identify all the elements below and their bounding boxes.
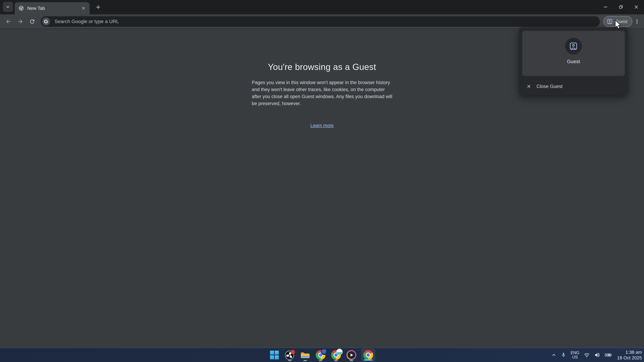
profile-badge-dark <box>321 349 327 355</box>
tray-wifi-button[interactable] <box>584 352 590 358</box>
tray-microphone-button[interactable] <box>561 352 566 358</box>
google-g-icon: G <box>42 17 50 25</box>
active-running-indicator <box>364 359 372 361</box>
profile-name: Guest <box>567 59 580 64</box>
tray-language-indicator[interactable]: ENG US <box>571 351 580 359</box>
close-guest-label: Close Guest <box>536 84 562 89</box>
tray-time: 1:38 am <box>626 350 642 355</box>
taskbar-item-chrome-profile-1[interactable] <box>315 348 326 362</box>
taskbar: ENG US <box>0 348 644 362</box>
window-restore-button[interactable] <box>613 0 628 14</box>
url-search-input[interactable] <box>54 18 600 24</box>
tab-title: New Tab <box>27 5 80 11</box>
omnibox[interactable]: G <box>40 16 600 27</box>
back-button[interactable] <box>4 16 13 26</box>
tab-new-tab[interactable]: New Tab <box>15 2 90 14</box>
desktop-screen: New Tab <box>0 0 644 362</box>
forward-button[interactable] <box>16 16 25 26</box>
chrome-icon <box>316 350 326 360</box>
profile-guest-button[interactable]: Guest <box>604 16 632 27</box>
tray-battery-button[interactable] <box>604 352 612 358</box>
running-indicator <box>319 360 322 361</box>
system-tray: ENG US <box>552 348 642 362</box>
plus-icon <box>96 4 101 10</box>
taskbar-item-obs-studio[interactable] <box>284 348 295 362</box>
browser-toolbar: G Guest <box>0 14 644 29</box>
globe-favicon-icon <box>18 5 24 11</box>
new-tab-button[interactable] <box>94 2 103 12</box>
chevron-down-icon <box>6 4 10 9</box>
guest-avatar <box>565 38 582 54</box>
profile-menu-popup: Guest Close Guest <box>519 27 628 95</box>
profile-badge-light <box>336 349 343 355</box>
running-indicator <box>350 360 353 361</box>
close-icon <box>82 6 86 10</box>
start-button[interactable] <box>269 348 280 362</box>
obs-recording-icon <box>284 350 295 360</box>
running-indicator <box>288 360 292 361</box>
chrome-icon <box>363 350 373 360</box>
restore-icon <box>618 4 623 9</box>
account-box-icon <box>606 18 613 25</box>
running-indicator <box>334 360 338 361</box>
folder-icon <box>300 351 310 359</box>
learn-more-link[interactable]: Learn more <box>310 123 334 128</box>
window-close-button[interactable] <box>628 0 644 14</box>
reload-icon <box>29 18 35 25</box>
tray-overflow-button[interactable] <box>552 353 556 358</box>
windows-logo-icon <box>270 351 279 359</box>
taskbar-item-chrome-guest-active[interactable] <box>362 349 375 361</box>
tray-volume-button[interactable] <box>594 352 600 358</box>
language-line-2: US <box>572 355 578 359</box>
close-icon <box>634 4 639 9</box>
reload-button[interactable] <box>27 16 37 26</box>
taskbar-pinned-apps <box>269 348 375 362</box>
chevron-up-icon <box>552 353 556 358</box>
close-guest-menu-item[interactable]: Close Guest <box>521 81 626 92</box>
profile-card: Guest <box>522 31 625 76</box>
arrow-left-icon <box>6 18 12 24</box>
tray-clock[interactable]: 1:38 am 18 Oct 2025 <box>617 350 642 361</box>
speaker-icon <box>594 352 600 358</box>
chrome-icon <box>331 350 341 360</box>
minimize-icon <box>603 4 608 9</box>
tab-strip: New Tab <box>0 0 644 14</box>
tab-search-button[interactable] <box>3 2 13 12</box>
play-icon <box>350 354 353 357</box>
battery-charging-icon <box>604 352 612 358</box>
language-line-1: ENG <box>571 351 580 355</box>
taskbar-item-chrome-profile-2[interactable] <box>330 348 342 362</box>
tab-close-button[interactable] <box>80 4 87 12</box>
profile-button-label: Guest <box>615 19 628 24</box>
window-controls <box>598 0 644 14</box>
wifi-icon <box>584 352 590 358</box>
media-player-icon <box>346 350 356 360</box>
running-indicator <box>304 360 307 361</box>
guest-description-text: Pages you view in this window won't appe… <box>252 79 392 107</box>
window-minimize-button[interactable] <box>598 0 613 14</box>
microphone-icon <box>561 352 566 358</box>
arrow-right-icon <box>17 18 23 24</box>
taskbar-item-file-explorer[interactable] <box>300 348 310 362</box>
tray-date: 18 Oct 2025 <box>617 355 642 361</box>
kebab-icon <box>634 19 640 24</box>
browser-menu-button[interactable] <box>632 16 642 26</box>
taskbar-item-media-player[interactable] <box>346 348 357 362</box>
learn-more-wrap: Learn more <box>0 123 644 128</box>
close-icon <box>526 84 531 89</box>
account-box-icon <box>569 42 578 51</box>
